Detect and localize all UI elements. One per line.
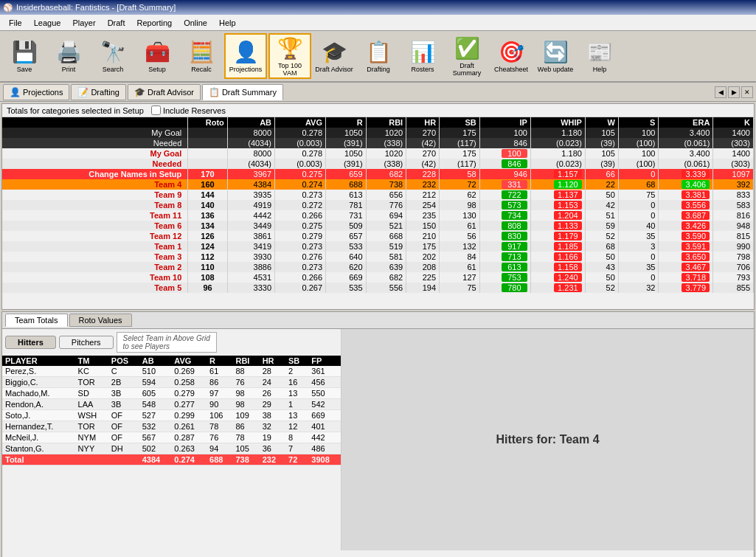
left-panel: Hitters Pitchers Select Team in Above Gr… (2, 329, 341, 550)
player-row[interactable]: McNeil,J.NYMOF5670.2877678198442 (2, 432, 341, 443)
grid-row[interactable]: Team 311239300.276640581202847131.166500… (2, 252, 754, 262)
grid-row[interactable]: Team 59633300.267535556194757801.2315232… (2, 283, 754, 293)
player-r: 78 (207, 421, 232, 432)
setup-button[interactable]: 🧰 Setup (136, 33, 178, 79)
tab-prev[interactable]: ◀ (715, 86, 726, 98)
player-fp: 550 (308, 388, 341, 399)
webupdate-button[interactable]: 🔄 Web update (534, 33, 577, 79)
draftsummary-button[interactable]: ✅ Draft Summary (445, 33, 488, 79)
player-tm: KC (75, 366, 108, 377)
col-roto: Roto (188, 117, 228, 128)
grid-row[interactable]: Team 1113644420.2667316942351307341.2045… (2, 210, 754, 221)
menu-help[interactable]: Help (213, 17, 242, 29)
player-fp: 456 (308, 377, 341, 388)
tab-team-totals[interactable]: Team Totals (5, 314, 68, 327)
grid-row[interactable]: Change Names in Setup17039670.2756596822… (2, 169, 754, 179)
player-row[interactable]: Perez,S.KCC5100.2696188282361 (2, 366, 341, 377)
player-r: 76 (207, 432, 232, 443)
print-button[interactable]: 🖨️ Print (47, 33, 90, 79)
ph-player: PLAYER (2, 356, 75, 366)
tab-roto-values[interactable]: Roto Values (69, 314, 132, 327)
player-sb: 2 (285, 366, 308, 377)
player-pos: C (108, 366, 139, 377)
pitchers-tab[interactable]: Pitchers (59, 336, 114, 349)
hitter-pitcher-tabs: Hitters Pitchers Select Team in Above Gr… (2, 329, 341, 356)
grid-row[interactable]: Team 1212638610.279657668210568301.17952… (2, 231, 754, 241)
tab-draftsummary[interactable]: 📋 Draft Summary (202, 84, 283, 100)
tab-next[interactable]: ▶ (728, 86, 740, 98)
player-ab: 567 (139, 432, 172, 443)
player-sb: 12 (285, 421, 308, 432)
col-rbi: RBI (366, 117, 406, 128)
grid-row[interactable]: Needed(4034)(0.003)(391)(338)(42)(117)84… (2, 159, 754, 169)
ph-hr: HR (260, 356, 285, 366)
player-row[interactable]: Stanton,G.NYYDH5020.26394105367486 (2, 443, 341, 454)
player-row[interactable]: Biggio,C.TOR2B5940.25886762416456 (2, 377, 341, 388)
tab-drafting[interactable]: 📝 Drafting (71, 84, 126, 100)
menu-online[interactable]: Online (178, 17, 213, 29)
player-tm: WSH (75, 410, 108, 421)
col-ab: AB (227, 117, 274, 128)
grid-container[interactable]: Roto AB AVG R RBI HR SB IP WHIP W S ERA … (2, 117, 754, 302)
grid-row[interactable]: My Goal80000.278105010202701751001.18010… (2, 148, 754, 159)
grid-row[interactable]: Team 416043840.274688738232723311.120226… (2, 179, 754, 190)
drafting-button[interactable]: 📋 Drafting (357, 33, 400, 79)
right-panel: Hitters for: Team 4 (341, 329, 754, 550)
menu-league[interactable]: League (28, 17, 67, 29)
needed-label: Needed (2, 138, 188, 148)
player-pos: OF (108, 410, 139, 421)
grid-row[interactable]: Team 211038860.273620639208616131.158433… (2, 262, 754, 272)
player-table-container[interactable]: PLAYER TM POS AB AVG R RBI HR SB FP (2, 356, 341, 550)
player-sb: 8 (285, 432, 308, 443)
grid-row[interactable]: Team 1010845310.2666696822251277531.2405… (2, 272, 754, 283)
cheatsheet-icon: 🎯 (499, 40, 524, 64)
help-label: Help (593, 66, 607, 73)
hitters-tab[interactable]: Hitters (5, 336, 56, 349)
grid-row[interactable]: Team 112434190.2735335191751329171.18568… (2, 241, 754, 252)
player-avg: 0.277 (171, 399, 207, 410)
top100-button[interactable]: 🏆 Top 100 VAM (268, 33, 311, 79)
player-avg: 0.263 (171, 443, 207, 454)
recalc-button[interactable]: 🧮 Recalc (180, 33, 223, 79)
include-reserves-label[interactable]: Include Reserves (151, 105, 226, 115)
grid-row[interactable]: Team 914439350.273613656212627221.137507… (2, 190, 754, 200)
player-row[interactable]: Machado,M.SD3B6050.27997982613550 (2, 388, 341, 399)
grid-row[interactable]: Team 814049190.272781776254985731.153420… (2, 200, 754, 210)
player-row[interactable]: Rendon,A.LAA3B5480.2779098291542 (2, 399, 341, 410)
cheatsheet-label: Cheatsheet (494, 66, 528, 73)
menu-reporting[interactable]: Reporting (131, 17, 178, 29)
help-button[interactable]: 📰 Help (578, 33, 621, 79)
grid-row[interactable]: Team 613434490.275509521150618081.133594… (2, 221, 754, 231)
tab-projections[interactable]: 👤 Projections (3, 84, 69, 100)
projections-tab-icon: 👤 (10, 87, 21, 97)
player-grid: PLAYER TM POS AB AVG R RBI HR SB FP (2, 356, 341, 466)
player-player: Biggio,C. (2, 377, 75, 388)
titlebar-text: Insiderbaseball: Fantistics - [Draft Sum… (16, 3, 176, 12)
rosters-button[interactable]: 📊 Rosters (401, 33, 444, 79)
include-reserves-checkbox[interactable] (151, 105, 161, 115)
tab-draftadvisor[interactable]: 🎓 Draft Advisor (128, 84, 201, 100)
projections-button[interactable]: 👤 Projections (224, 33, 267, 79)
player-row[interactable]: Hernandez,T.TOROF5320.26178863212401 (2, 421, 341, 432)
advisor-button[interactable]: 🎓 Draft Advisor (313, 33, 356, 79)
cheatsheet-button[interactable]: 🎯 Cheatsheet (490, 33, 533, 79)
menu-file[interactable]: File (3, 17, 28, 29)
totals-header: Totals for categories selected in Setup … (2, 104, 754, 117)
menu-player[interactable]: Player (66, 17, 101, 29)
save-button[interactable]: 💾 Save (3, 33, 46, 79)
tab-close[interactable]: ✕ (741, 86, 753, 98)
recalc-icon: 🧮 (189, 40, 215, 64)
col-w: W (585, 117, 618, 128)
print-icon: 🖨️ (56, 40, 82, 64)
search-button[interactable]: 🔭 Search (91, 33, 134, 79)
player-row[interactable]: Soto,J.WSHOF5270.2991061093813669 (2, 410, 341, 421)
player-ab: 510 (139, 366, 172, 377)
webupdate-icon: 🔄 (543, 40, 569, 64)
ph-r: R (207, 356, 232, 366)
col-sb: SB (440, 117, 480, 128)
ph-pos: POS (108, 356, 139, 366)
player-r: 86 (207, 377, 232, 388)
menu-draft[interactable]: Draft (102, 17, 131, 29)
player-tm: LAA (75, 399, 108, 410)
select-note: Select Team in Above Grid to see Players (117, 332, 217, 353)
